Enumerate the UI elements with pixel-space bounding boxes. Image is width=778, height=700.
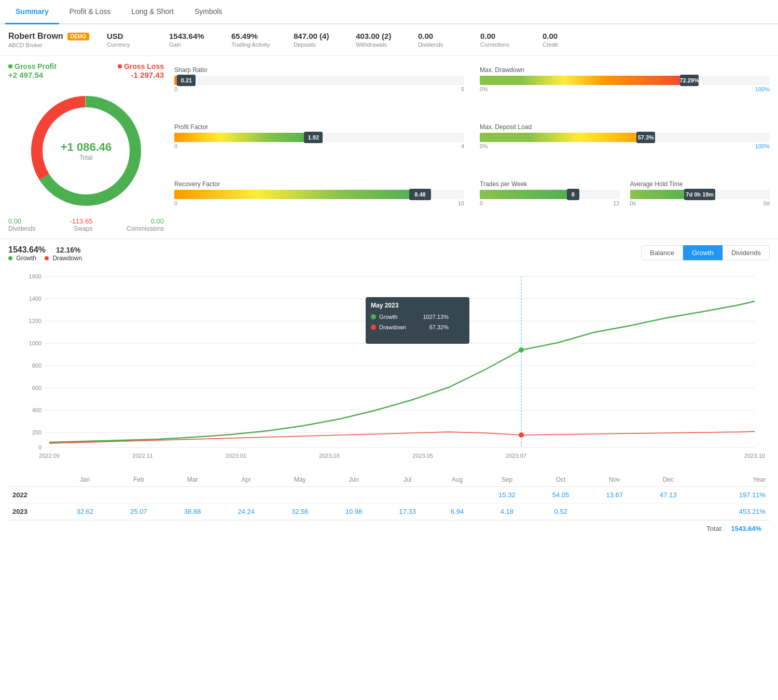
stat-corrections-label: Corrections <box>480 41 527 48</box>
metric-row-3: Trades per Week 8 012 Average Hold Time … <box>480 180 770 232</box>
gross-loss-value: -1 297.43 <box>118 71 164 79</box>
metrics-area: Sharp Ratio 0.21 05 Max. Drawdown 72.29%… <box>174 62 770 232</box>
col-dec: Dec <box>642 473 696 487</box>
tab-summary[interactable]: Summary <box>5 0 59 24</box>
col-year <box>8 473 58 487</box>
donut-center: +1 086.46 Total <box>61 141 112 161</box>
swaps-value: -113.65 <box>70 217 92 225</box>
svg-text:1000: 1000 <box>29 340 41 346</box>
row-2022-dec: 47.13 <box>642 487 696 503</box>
metric-avg-hold-time: Average Hold Time 7d 0h 19m 0s0d <box>630 180 770 232</box>
stat-credit: 0.00 Credit <box>543 32 589 48</box>
chart-footer: 0.00 Dividends -113.65 Swaps 0.00 Commis… <box>8 217 164 232</box>
metric-avg-hold-time-bar: 7d 0h 19m <box>630 190 770 199</box>
btn-growth[interactable]: Growth <box>683 245 723 260</box>
growth-label: Growth <box>16 255 36 262</box>
row-2022-sep: 15.32 <box>480 487 534 503</box>
drawdown-dot <box>45 256 49 260</box>
metric-max-deposit-load-marker: 57.3% <box>636 132 655 143</box>
legend-growth: Growth <box>8 255 36 262</box>
chart-legend: Gross Profit +2 497.54 Gross Loss -1 297… <box>8 62 164 79</box>
row-2023-feb: 25.07 <box>112 503 166 520</box>
stat-corrections: 0.00 Corrections <box>480 32 527 48</box>
total-label: Total: <box>706 525 723 533</box>
metric-avg-hold-time-range: 0s0d <box>630 200 770 206</box>
col-jun: Jun <box>327 473 381 487</box>
commissions-label: Commissions <box>127 225 164 232</box>
btn-balance[interactable]: Balance <box>641 245 683 260</box>
svg-text:May 2023: May 2023 <box>371 302 399 309</box>
col-jul: Jul <box>381 473 435 487</box>
stat-corrections-value: 0.00 <box>480 32 527 40</box>
swaps-label: Swaps <box>70 225 92 232</box>
table-row: 2023 32.62 25.07 38.88 24.24 32.56 10.98… <box>8 503 770 520</box>
metric-avg-hold-time-label: Average Hold Time <box>630 180 770 188</box>
drawdown-label: Drawdown <box>52 255 82 262</box>
svg-point-23 <box>519 347 524 353</box>
chart-area: Gross Profit +2 497.54 Gross Loss -1 297… <box>8 62 164 232</box>
stat-credit-value: 0.00 <box>543 32 589 40</box>
growth-dot <box>8 256 12 260</box>
tab-symbols[interactable]: Symbols <box>184 0 233 24</box>
tab-profit-loss[interactable]: Profit & Loss <box>59 0 121 24</box>
col-feb: Feb <box>112 473 166 487</box>
metric-recovery-factor: Recovery Factor 8.48 010 <box>174 180 464 232</box>
col-aug: Aug <box>434 473 480 487</box>
metric-recovery-factor-range: 010 <box>174 200 464 206</box>
svg-text:2023.07: 2023.07 <box>506 453 526 459</box>
table-header-row: Jan Feb Mar Apr May Jun Jul Aug Sep Oct … <box>8 473 770 487</box>
total-value: 1543.64% <box>731 525 761 533</box>
metric-recovery-factor-label: Recovery Factor <box>174 180 464 188</box>
row-2022-jul <box>381 487 435 503</box>
stat-currency-label: Currency <box>107 41 154 48</box>
dividends-footer: 0.00 Dividends <box>8 217 36 232</box>
dividends-label: Dividends <box>8 225 36 232</box>
donut-chart: +1 086.46 Total <box>24 89 148 213</box>
metric-recovery-factor-bar: 8.48 <box>174 190 464 199</box>
svg-text:2023.01: 2023.01 <box>226 453 246 459</box>
metric-max-deposit-load-bar: 57.3% <box>480 133 770 142</box>
svg-text:400: 400 <box>32 407 41 413</box>
svg-text:2023.05: 2023.05 <box>412 453 433 459</box>
metric-max-deposit-load-label: Max. Deposit Load <box>480 123 770 131</box>
metric-trades-per-week-label: Trades per Week <box>480 180 620 188</box>
drawdown-pct: 12.16% <box>56 246 80 254</box>
growth-header: 1543.64% 12.16% Growth Drawdown Balance … <box>8 245 770 262</box>
metric-max-deposit-load: Max. Deposit Load 57.3% 0%100% <box>480 123 770 175</box>
svg-point-24 <box>519 432 524 438</box>
row-2023-oct: 0.52 <box>534 503 588 520</box>
row-2022-apr <box>219 487 273 503</box>
metric-trades-per-week-range: 012 <box>480 200 620 206</box>
col-year-total: Year <box>695 473 770 487</box>
metric-trades-per-week: Trades per Week 8 012 <box>480 180 620 232</box>
svg-text:2022.09: 2022.09 <box>39 453 60 459</box>
row-2023-jun: 10.98 <box>327 503 381 520</box>
metric-avg-hold-time-marker: 7d 0h 19m <box>684 189 715 200</box>
col-jan: Jan <box>58 473 112 487</box>
user-info: Robert Brown DEMO ABCD Broker <box>8 32 91 48</box>
stat-gain-value: 1543.64% <box>169 32 216 40</box>
btn-dividends[interactable]: Dividends <box>723 245 770 260</box>
metric-max-drawdown-range: 0%100% <box>480 86 770 92</box>
metric-max-drawdown: Max. Drawdown 72.29% 0%100% <box>480 66 770 118</box>
stat-dividends-label: Dividends <box>418 41 465 48</box>
stat-trading-activity: 65.49% Trading Activity <box>231 32 278 48</box>
growth-stats: 1543.64% 12.16% <box>8 245 82 255</box>
svg-text:1200: 1200 <box>29 318 41 324</box>
row-2023-year-total: 453.21% <box>695 503 770 520</box>
row-2022-jun <box>327 487 381 503</box>
metric-sharp-ratio-range: 05 <box>174 86 464 92</box>
stat-credit-label: Credit <box>543 41 589 48</box>
growth-pct: 1543.64% <box>8 245 46 255</box>
donut-total: +1 086.46 <box>61 141 112 154</box>
stat-withdrawals: 403.00 (2) Withdrawals <box>356 32 402 48</box>
demo-badge: DEMO <box>67 33 89 40</box>
gross-loss-label: Gross Loss <box>124 62 164 71</box>
row-2022-nov: 13.67 <box>588 487 642 503</box>
svg-text:200: 200 <box>32 429 41 436</box>
growth-chart-svg: 1600 1400 1200 1000 800 600 400 200 0 20… <box>8 266 770 463</box>
tab-long-short[interactable]: Long & Short <box>121 0 184 24</box>
swaps-footer: -113.65 Swaps <box>70 217 92 232</box>
stat-gain-label: Gain <box>169 41 216 48</box>
row-2022-year: 2022 <box>8 487 58 503</box>
